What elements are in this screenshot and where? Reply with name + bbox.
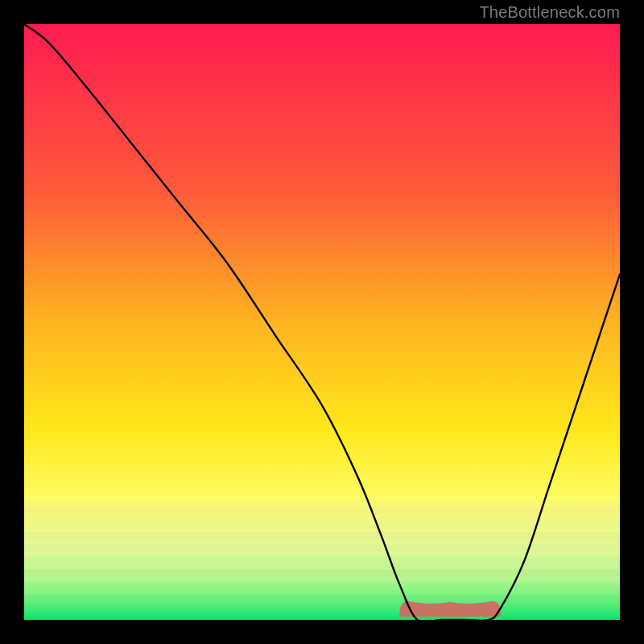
plot-area (24, 24, 620, 620)
watermark-text: TheBottleneck.com (479, 3, 620, 22)
chart-frame: TheBottleneck.com (0, 0, 644, 644)
bottleneck-curve (24, 24, 620, 620)
